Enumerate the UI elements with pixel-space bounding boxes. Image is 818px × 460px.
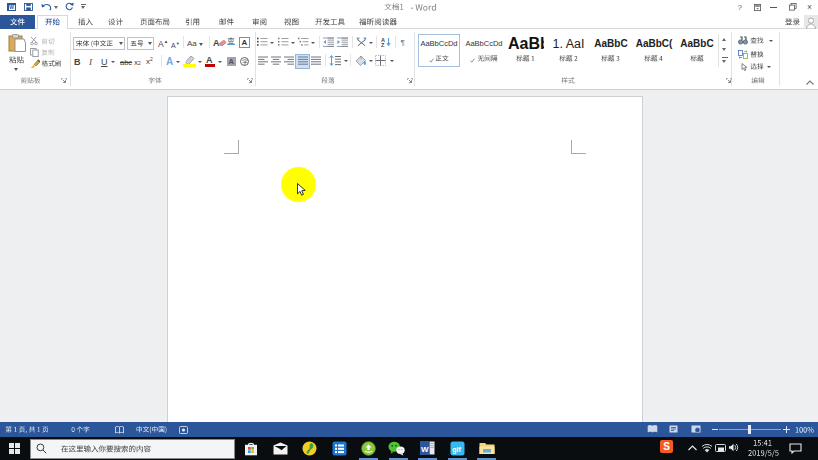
svg-text:W: W: [421, 445, 429, 454]
svg-text:Z: Z: [381, 42, 385, 47]
svg-text:gif: gif: [452, 446, 461, 454]
